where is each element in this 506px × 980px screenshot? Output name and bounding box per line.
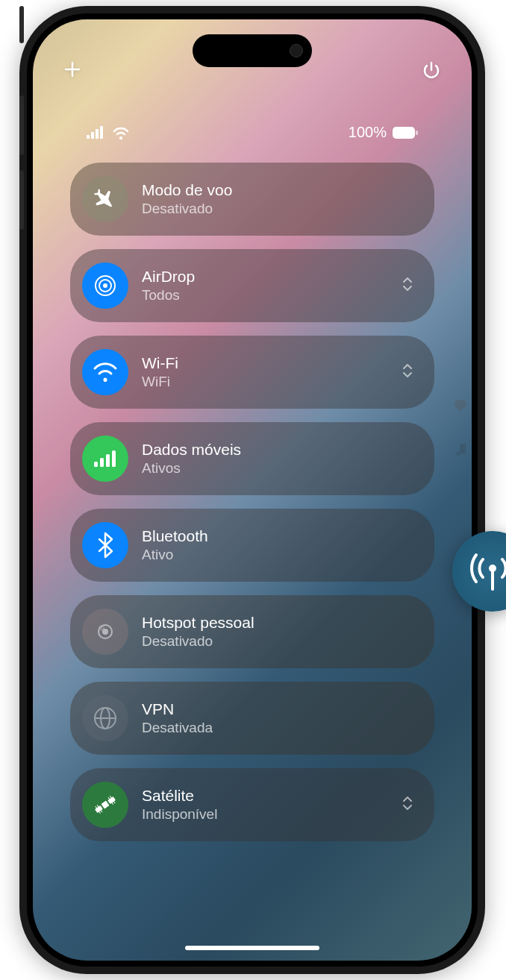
bluetooth-control[interactable]: Bluetooth Ativo xyxy=(70,509,434,582)
connectivity-controls-list: Modo de voo Desativado AirDrop xyxy=(70,163,434,841)
phone-bezel: 100% Modo de voo xyxy=(27,13,478,967)
cellular-data-status: Ativos xyxy=(142,460,241,477)
volume-up-button[interactable] xyxy=(19,95,24,155)
wifi-control[interactable]: Wi-Fi WiFi xyxy=(70,336,434,409)
battery-icon xyxy=(393,127,418,139)
cellular-signal-icon xyxy=(87,126,106,139)
svg-rect-19 xyxy=(101,800,109,808)
chevron-updown-icon xyxy=(404,278,411,290)
home-indicator[interactable] xyxy=(185,946,319,950)
cellular-icon xyxy=(82,436,128,482)
satellite-status: Indisponível xyxy=(142,806,217,823)
battery-percent: 100% xyxy=(349,124,387,141)
cellular-data-control[interactable]: Dados móveis Ativos xyxy=(70,422,434,495)
add-control-button[interactable] xyxy=(63,60,82,84)
hotspot-control[interactable]: Hotspot pessoal Desativado xyxy=(70,595,434,668)
heart-icon xyxy=(454,400,467,412)
bluetooth-icon xyxy=(82,522,128,568)
airdrop-control[interactable]: AirDrop Todos xyxy=(70,249,434,322)
wifi-status: WiFi xyxy=(142,374,178,391)
svg-rect-11 xyxy=(106,454,110,467)
bluetooth-label: Bluetooth xyxy=(142,527,208,545)
wifi-signal-icon xyxy=(112,126,130,139)
airplane-icon xyxy=(82,176,128,222)
airplane-mode-control[interactable]: Modo de voo Desativado xyxy=(70,163,434,236)
svg-rect-3 xyxy=(100,126,103,139)
chevron-updown-icon xyxy=(404,365,411,377)
chevron-updown-icon xyxy=(404,797,411,809)
svg-rect-9 xyxy=(94,462,98,467)
bluetooth-status: Ativo xyxy=(142,547,208,564)
airdrop-icon xyxy=(82,263,128,309)
svg-rect-2 xyxy=(96,129,99,139)
satellite-label: Satélite xyxy=(142,786,217,805)
wifi-icon xyxy=(82,349,128,395)
wifi-label: Wi-Fi xyxy=(142,354,178,372)
svg-rect-4 xyxy=(393,127,415,139)
svg-rect-10 xyxy=(100,458,104,467)
satellite-icon xyxy=(82,782,128,828)
vpn-icon xyxy=(82,695,128,741)
hotspot-status: Desativado xyxy=(142,633,254,650)
satellite-expand-button[interactable] xyxy=(402,794,413,815)
vpn-status: Desativada xyxy=(142,720,213,737)
phone-frame: 100% Modo de voo xyxy=(19,6,485,974)
svg-rect-1 xyxy=(91,132,94,139)
airplane-mode-status: Desativado xyxy=(142,201,232,218)
plus-icon xyxy=(66,63,79,76)
power-off-button[interactable] xyxy=(421,60,442,84)
hotspot-icon xyxy=(82,609,128,655)
airdrop-status: Todos xyxy=(142,287,195,304)
screen: 100% Modo de voo xyxy=(33,19,472,961)
antenna-icon xyxy=(469,550,506,592)
svg-rect-12 xyxy=(112,450,116,467)
svg-rect-0 xyxy=(87,135,90,139)
dynamic-island[interactable] xyxy=(193,34,312,67)
svg-rect-5 xyxy=(416,131,418,135)
music-icon xyxy=(455,443,466,458)
svg-point-6 xyxy=(103,283,107,288)
airdrop-label: AirDrop xyxy=(142,267,195,286)
airplane-mode-label: Modo de voo xyxy=(142,180,232,199)
wifi-expand-button[interactable] xyxy=(402,362,413,383)
action-button[interactable] xyxy=(19,6,24,43)
vpn-control[interactable]: VPN Desativada xyxy=(70,682,434,755)
satellite-control[interactable]: Satélite Indisponível xyxy=(70,768,434,841)
cellular-data-label: Dados móveis xyxy=(142,440,241,459)
svg-point-15 xyxy=(99,625,104,631)
airdrop-expand-button[interactable] xyxy=(402,275,413,296)
hotspot-label: Hotspot pessoal xyxy=(142,613,254,632)
vpn-label: VPN xyxy=(142,700,213,718)
front-camera xyxy=(290,44,303,57)
volume-down-button[interactable] xyxy=(19,170,24,230)
page-indicators[interactable] xyxy=(454,400,467,458)
status-bar: 100% xyxy=(33,124,472,141)
